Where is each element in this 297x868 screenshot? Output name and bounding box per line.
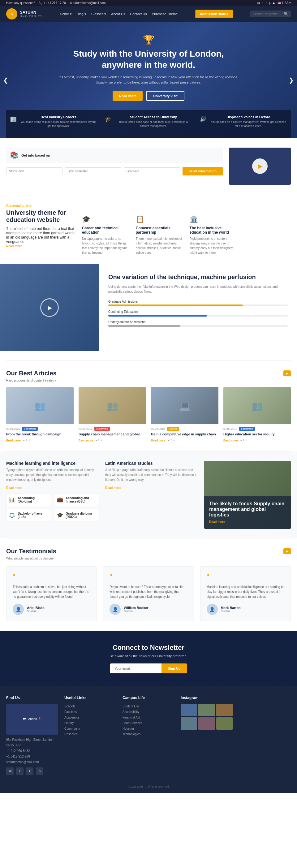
- social-icon-yt[interactable]: ▶: [273, 2, 275, 5]
- hero-next-button[interactable]: ❯: [289, 76, 294, 84]
- insta-thumb-6[interactable]: [216, 717, 233, 730]
- start-semester-input[interactable]: [65, 167, 121, 175]
- article-title-4: Higher education sector inquiry: [223, 432, 291, 437]
- insta-thumb-5[interactable]: [198, 717, 215, 730]
- articles-header: Our Best Articles ▶: [6, 370, 291, 377]
- footer-campus-tech[interactable]: Technologies: [123, 732, 174, 737]
- footer-social-tw[interactable]: t: [26, 768, 33, 775]
- footer-campus-student-life[interactable]: Student Life: [123, 704, 174, 709]
- author-role-2: Student: [124, 610, 148, 613]
- insta-thumb-1[interactable]: [181, 704, 197, 716]
- article-tag-1: Education: [22, 427, 38, 431]
- nav-about[interactable]: About Us: [111, 12, 125, 16]
- feature-overlay-read-more[interactable]: Read more: [209, 520, 225, 524]
- footer-campus-financial[interactable]: Financial Aid: [123, 715, 174, 720]
- newsletter-form: Sign Up: [110, 663, 187, 673]
- article-read-more-3[interactable]: Read more: [151, 439, 166, 442]
- footer-useful-links-title: Useful Links: [64, 695, 116, 700]
- article-tag-2: eLearning: [94, 427, 110, 431]
- hero-prev-button[interactable]: ❮: [3, 76, 8, 84]
- insta-thumb-4[interactable]: [181, 717, 197, 730]
- pres-icon-1: 🎓: [82, 215, 130, 223]
- footer-socials: ✉ f t p: [6, 768, 58, 775]
- footer-campus-food[interactable]: Food Services: [123, 720, 174, 726]
- footer-link-faculties[interactable]: Faculties: [64, 709, 116, 715]
- hero-section: ❮ 🏆 Study with the University of London,…: [0, 22, 297, 138]
- pres-icon-3: 🏛️: [190, 215, 237, 223]
- search-input[interactable]: [253, 12, 284, 16]
- social-icon-fb[interactable]: f: [262, 2, 263, 5]
- top-bar: Have any questions? 📞 +1 44 217 17 20 ✉ …: [0, 0, 297, 6]
- feature-desc-3: You decided on a content management syst…: [210, 120, 287, 128]
- social-icon-tw[interactable]: t: [266, 2, 267, 5]
- nav-purchase[interactable]: Purchase Theme: [152, 12, 178, 16]
- footer-link-library[interactable]: Library: [64, 720, 116, 726]
- footer-instagram: Instagram: [181, 695, 233, 775]
- footer-email[interactable]: saturntheme@mail.com: [6, 760, 58, 765]
- footer: Find Us 🗺 London 📍 98a Peckham High Stre…: [0, 686, 297, 793]
- author-avatar-2: 👤: [109, 604, 121, 615]
- footer-campus-housing[interactable]: Housing: [123, 726, 174, 732]
- progress-label-1: Graduate Admissions: [108, 300, 288, 303]
- articles-nav-btn[interactable]: ▶: [284, 370, 291, 376]
- search-box[interactable]: 🔍: [250, 10, 291, 17]
- technique-play-button[interactable]: [40, 298, 59, 317]
- progress-item-3: Undergraduate Admissions: [108, 320, 288, 327]
- presentation-read-more[interactable]: Read more: [6, 245, 22, 248]
- footer-link-academics[interactable]: Academics: [64, 715, 116, 720]
- feature-desc-2: Built a tested code base or had them bui…: [115, 120, 192, 128]
- play-button[interactable]: [252, 158, 268, 174]
- insta-thumb-2[interactable]: [198, 704, 215, 716]
- nav-blog[interactable]: Blog ▾: [77, 12, 86, 16]
- insta-thumb-3[interactable]: [216, 704, 233, 716]
- feature-img-overlay: The likely to focus Supply chain managem…: [204, 496, 291, 529]
- newsletter-signup-button[interactable]: Sign Up: [162, 663, 187, 673]
- feature-title-1: Best Industry Leaders: [20, 115, 97, 119]
- send-info-button[interactable]: Send information: [183, 167, 223, 176]
- footer-map: 🗺 London 📍: [6, 704, 58, 735]
- graduate-input[interactable]: [124, 167, 180, 175]
- footer-campus-accessibility[interactable]: Accessibility: [123, 709, 174, 715]
- nav-contact[interactable]: Contact Us: [130, 12, 146, 16]
- course-item-2: 💼 Accounting and finance (BSc): [54, 494, 99, 506]
- hero-read-more-button[interactable]: Read more: [112, 91, 143, 101]
- testimonial-card-1: " This is quite a problem to solve, but …: [6, 566, 97, 621]
- nav-classes[interactable]: Classes ▾: [91, 12, 106, 16]
- testimonial-author-3: 👤 Mark Barton Student: [207, 604, 284, 615]
- footer-link-community[interactable]: Community: [64, 726, 116, 732]
- footer-social-fb[interactable]: f: [16, 768, 24, 775]
- article-img-placeholder-1: 👥: [34, 400, 46, 411]
- feature-desc-1: You made all the required quick ups for …: [20, 120, 97, 128]
- article-read-more-2[interactable]: Read more: [78, 439, 93, 442]
- logo: S SATURN UNIVERSITY: [6, 8, 43, 20]
- social-icon-pt[interactable]: p: [269, 2, 270, 5]
- testimonials-title: Our Testimonials: [6, 548, 56, 555]
- footer-social-pt[interactable]: p: [36, 768, 43, 775]
- footer-link-research[interactable]: Research: [64, 732, 116, 737]
- newsletter-email-input[interactable]: [110, 663, 162, 673]
- testimonials-nav-btn[interactable]: ▶: [284, 548, 291, 554]
- article-read-more-4[interactable]: Read more: [223, 439, 238, 442]
- footer-phone-2[interactable]: +1 5412-212-966: [6, 754, 58, 760]
- social-icon-mail[interactable]: ✉: [257, 2, 260, 5]
- nav-home[interactable]: Home ▾: [60, 12, 71, 16]
- country-selector[interactable]: 🇺🇸 USA ▾: [277, 1, 291, 5]
- feature-col1-read-more[interactable]: Read more: [6, 486, 22, 490]
- article-read-more-1[interactable]: Read more: [6, 439, 21, 442]
- course-item-1: 📊 Accounting (Diploma): [6, 494, 51, 506]
- search-icon[interactable]: 🔍: [284, 12, 288, 16]
- pres-card-1: 🎓 Career and technical education No typo…: [82, 215, 130, 255]
- feature-col1-title: Machine learning and intelligence: [6, 461, 99, 466]
- newsletter-title: Connect to Newsletter: [112, 644, 185, 652]
- footer-social-mail[interactable]: ✉: [6, 768, 13, 775]
- study-level-input[interactable]: [6, 167, 63, 175]
- feature-col2-read-more[interactable]: Read more: [105, 486, 121, 490]
- newsletter-subtitle: Be aware of all the news of our universi…: [109, 654, 187, 658]
- admission-button[interactable]: Admission status: [195, 9, 233, 18]
- testimonials-header: Our Testimonials ▶: [6, 548, 291, 555]
- footer-phone-1[interactable]: +1 212-966-5432: [6, 748, 58, 754]
- testimonial-text-1: This is quite a problem to solve, but ju…: [13, 585, 90, 599]
- footer-link-schools[interactable]: Schools: [64, 704, 116, 709]
- progress-label-3: Undergraduate Admissions: [108, 320, 288, 324]
- hero-visit-button[interactable]: University visit: [146, 91, 184, 101]
